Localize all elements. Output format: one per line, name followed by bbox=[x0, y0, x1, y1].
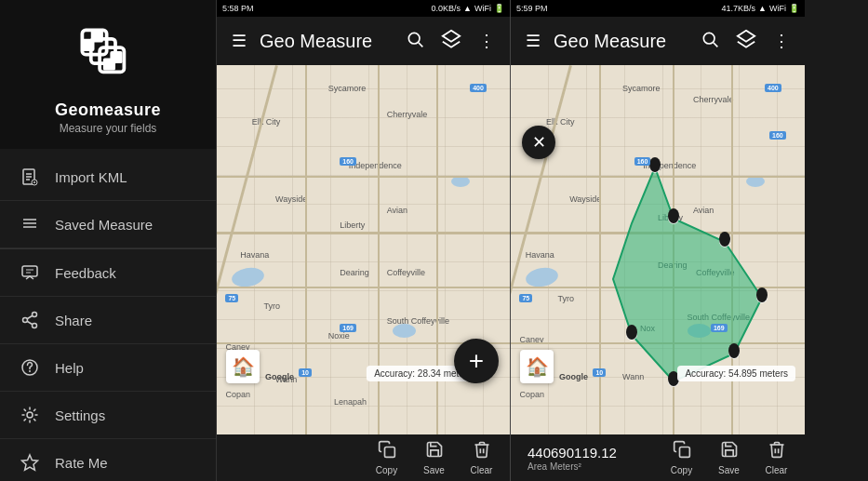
accuracy-bar-3: Accuracy: 54.895 meters bbox=[677, 366, 795, 381]
menu-button-2[interactable]: ☰ bbox=[228, 27, 250, 55]
svg-line-30 bbox=[419, 42, 423, 47]
more-button-3[interactable]: ⋮ bbox=[769, 27, 794, 55]
map-container-3[interactable]: Sycamore Elk City Cherryvale Independenc… bbox=[511, 65, 805, 434]
clear-icon-3 bbox=[768, 440, 786, 463]
status-bar-2: 5:58 PM 0.0KB/s ▲ WiFi 🔋 bbox=[217, 0, 510, 17]
svg-rect-51 bbox=[679, 448, 689, 458]
svg-point-27 bbox=[27, 412, 33, 418]
rate-me-label: Rate Me bbox=[55, 455, 108, 471]
copy-icon-2 bbox=[378, 440, 396, 463]
feedback-icon bbox=[19, 261, 41, 284]
app-name: Geomeasure bbox=[55, 100, 161, 120]
copy-button-3[interactable]: Copy bbox=[661, 438, 702, 477]
import-kml-icon bbox=[19, 166, 41, 188]
layers-button-3[interactable] bbox=[732, 25, 760, 58]
google-logo-3: Google bbox=[559, 372, 588, 381]
clear-icon-2 bbox=[473, 440, 491, 463]
copy-icon-3 bbox=[673, 440, 691, 463]
more-button-2[interactable]: ⋮ bbox=[474, 27, 499, 55]
sidebar-item-share[interactable]: Share bbox=[0, 297, 216, 344]
svg-marker-36 bbox=[613, 167, 762, 381]
status-time-2: 5:58 PM bbox=[222, 4, 254, 13]
area-value: 440690119.12 bbox=[527, 445, 617, 461]
topbar-2: ☰ Geo Measure ⋮ bbox=[217, 17, 510, 65]
phone-panel-2: 5:58 PM 0.0KB/s ▲ WiFi 🔋 ☰ Geo Measure ⋮ bbox=[217, 0, 511, 481]
save-label-3: Save bbox=[718, 465, 740, 475]
saved-measure-icon bbox=[19, 213, 41, 235]
clear-label-3: Clear bbox=[766, 465, 788, 475]
status-data-2: 0.0KB/s bbox=[432, 4, 461, 13]
status-data-3: 41.7KB/s bbox=[722, 4, 756, 13]
clear-button-2[interactable]: Clear bbox=[461, 438, 502, 477]
svg-marker-31 bbox=[443, 30, 460, 41]
save-icon-2 bbox=[425, 440, 444, 463]
svg-point-45 bbox=[668, 208, 679, 223]
svg-point-22 bbox=[33, 324, 37, 328]
sidebar-header: Geomeasure Measure your fields bbox=[0, 0, 216, 149]
svg-point-50 bbox=[626, 325, 637, 340]
svg-point-46 bbox=[719, 232, 730, 247]
wifi-icon-2: WiFi bbox=[474, 4, 491, 13]
search-button-2[interactable] bbox=[402, 26, 428, 57]
svg-point-26 bbox=[29, 370, 31, 372]
help-icon bbox=[19, 356, 41, 379]
topbar-title-3: Geo Measure bbox=[554, 31, 688, 52]
svg-line-24 bbox=[28, 322, 33, 325]
svg-line-34 bbox=[714, 42, 718, 47]
map-container-2[interactable]: Sycamore Elk City Cherryvale Independenc… bbox=[217, 65, 510, 434]
svg-point-29 bbox=[408, 33, 420, 44]
bottom-toolbar-2: Copy Save Clear bbox=[217, 434, 510, 481]
sidebar-item-help[interactable]: Help bbox=[0, 344, 216, 392]
home-button-3[interactable]: 🏠 bbox=[520, 350, 554, 383]
copy-label-2: Copy bbox=[376, 465, 397, 475]
area-unit: Area Meters² bbox=[527, 461, 617, 472]
svg-point-20 bbox=[33, 313, 37, 317]
menu-button-3[interactable]: ☰ bbox=[522, 27, 544, 55]
close-button-3[interactable]: ✕ bbox=[522, 126, 555, 159]
save-label-2: Save bbox=[423, 465, 445, 475]
save-button-3[interactable]: Save bbox=[708, 438, 750, 477]
settings-icon bbox=[19, 404, 41, 426]
sidebar-panel: Geomeasure Measure your fields Import KM… bbox=[0, 0, 217, 481]
fab-button-2[interactable]: + bbox=[454, 339, 499, 383]
layers-button-2[interactable] bbox=[437, 25, 465, 58]
home-button-2[interactable]: 🏠 bbox=[226, 350, 260, 383]
copy-button-2[interactable]: Copy bbox=[366, 438, 407, 477]
svg-line-23 bbox=[28, 316, 33, 319]
bottom-toolbar-3: 440690119.12 Area Meters² Copy Sav bbox=[511, 434, 805, 481]
svg-point-48 bbox=[728, 343, 740, 358]
svg-marker-28 bbox=[22, 455, 38, 470]
svg-rect-17 bbox=[22, 266, 37, 276]
copy-label-3: Copy bbox=[671, 465, 692, 475]
saved-measure-label: Saved Measure bbox=[55, 217, 153, 233]
save-icon-3 bbox=[720, 440, 739, 463]
status-bar-3: 5:59 PM 41.7KB/s ▲ WiFi 🔋 bbox=[511, 0, 805, 17]
svg-rect-6 bbox=[102, 58, 114, 70]
topbar-title-2: Geo Measure bbox=[260, 31, 393, 52]
svg-point-44 bbox=[649, 157, 661, 172]
sidebar-menu: Import KML Saved Measure bbox=[0, 149, 216, 481]
clear-label-2: Clear bbox=[471, 465, 493, 475]
svg-point-47 bbox=[756, 287, 768, 302]
sidebar-item-import-kml[interactable]: Import KML bbox=[0, 154, 216, 201]
signal-icon-3: ▲ bbox=[758, 4, 767, 13]
google-logo-2: Google bbox=[265, 372, 294, 381]
svg-marker-35 bbox=[738, 30, 754, 41]
clear-button-3[interactable]: Clear bbox=[755, 438, 797, 477]
svg-point-21 bbox=[23, 318, 28, 323]
map-bg-2: Sycamore Elk City Cherryvale Independenc… bbox=[217, 65, 510, 434]
battery-icon-3: 🔋 bbox=[789, 4, 799, 13]
settings-label: Settings bbox=[55, 408, 105, 423]
sidebar-item-rate-me[interactable]: Rate Me bbox=[0, 439, 216, 481]
import-kml-label: Import KML bbox=[55, 169, 127, 185]
app-tagline: Measure your fields bbox=[60, 122, 157, 135]
wifi-icon-3: WiFi bbox=[769, 4, 786, 13]
save-button-2[interactable]: Save bbox=[413, 438, 455, 477]
sidebar-item-settings[interactable]: Settings bbox=[0, 392, 216, 439]
search-button-3[interactable] bbox=[697, 26, 723, 57]
rate-me-icon bbox=[19, 451, 41, 474]
sidebar-item-saved-measure[interactable]: Saved Measure bbox=[0, 201, 216, 248]
share-label: Share bbox=[55, 313, 92, 328]
sidebar-item-feedback[interactable]: Feedback bbox=[0, 249, 216, 297]
map-bg-3: Sycamore Elk City Cherryvale Independenc… bbox=[511, 65, 805, 434]
